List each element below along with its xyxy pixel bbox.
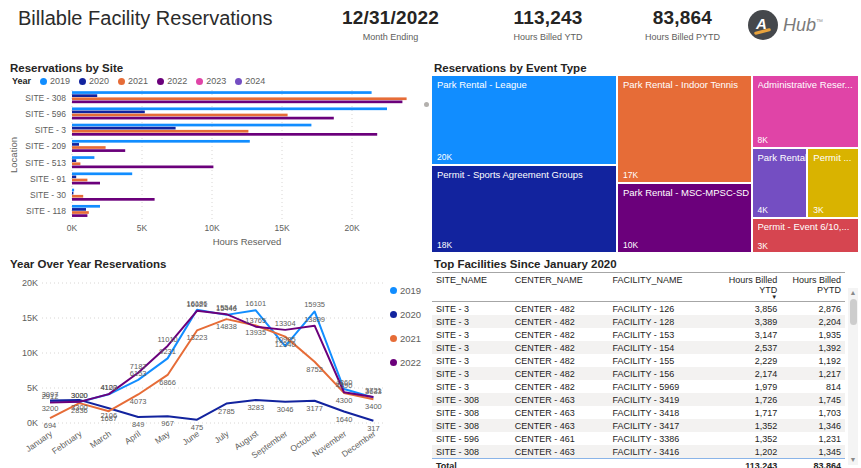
kpi-month-ending-label: Month Ending xyxy=(318,32,463,42)
table-row[interactable]: SITE - 308CENTER - 463FACILITY - 34191,7… xyxy=(432,393,845,406)
line-legend-item-2019[interactable]: 2019 xyxy=(390,285,430,296)
y-axis-tick: 0K xyxy=(27,418,38,428)
table-row[interactable]: SITE - 308CENTER - 463FACILITY - 34181,7… xyxy=(432,406,845,419)
bar-SITE - 596-2019[interactable] xyxy=(72,107,387,110)
reservations-by-site-chart[interactable]: 0K5K10K15K20KSITE - 308SITE - 596SITE - … xyxy=(8,86,428,248)
bar-SITE - 3-2019[interactable] xyxy=(72,124,311,127)
column-header-site-name[interactable]: SITE_NAME xyxy=(432,273,511,302)
bar-SITE - 118-2020[interactable] xyxy=(72,208,86,211)
bar-SITE - 3-2022[interactable] xyxy=(72,133,377,136)
table-cell: CENTER - 463 xyxy=(511,445,609,459)
treemap-tile-park-rental-indoor-tennis[interactable]: Park Rental - Indoor Tennis 17K xyxy=(618,76,751,182)
table-row[interactable]: SITE - 3CENTER - 482FACILITY - 59691,979… xyxy=(432,380,845,393)
bar-SITE - 3-2021[interactable] xyxy=(72,130,248,133)
bar-SITE - 513-2020[interactable] xyxy=(72,159,76,162)
bar-SITE - 209-2020[interactable] xyxy=(72,143,79,146)
table-row[interactable]: SITE - 3CENTER - 482FACILITY - 1263,8562… xyxy=(432,302,845,316)
column-header-hours-billed-pytd[interactable]: Hours Billed PYTD xyxy=(781,273,845,302)
category-label: SITE - 308 xyxy=(25,93,66,103)
table-row[interactable]: SITE - 308CENTER - 463FACILITY - 34161,2… xyxy=(432,445,845,459)
legend-item-2022[interactable]: 2022 xyxy=(157,76,187,86)
treemap-tile-park-rental-msc[interactable]: Park Rental - MSC-MPSC-SDK-... 10K xyxy=(618,184,751,252)
bar-SITE - 209-2021[interactable] xyxy=(72,146,106,149)
table-cell: 1,202 xyxy=(717,445,781,459)
column-header-center-name[interactable]: CENTER_NAME xyxy=(511,273,609,302)
line-legend-item-2021[interactable]: 2021 xyxy=(390,333,430,344)
legend-item-2019[interactable]: 2019 xyxy=(40,76,70,86)
bar-SITE - 308-2020[interactable] xyxy=(72,94,97,97)
table-cell: SITE - 596 xyxy=(432,432,511,445)
bar-SITE - 308-2019[interactable] xyxy=(72,91,372,94)
bar-SITE - 513-2022[interactable] xyxy=(72,166,213,169)
bar-chart-scrollbar[interactable] xyxy=(424,102,429,107)
kpi-month-ending-value: 12/31/2022 xyxy=(318,7,463,29)
legend-item-2024[interactable]: 2024 xyxy=(235,76,265,86)
bar-SITE - 91-2021[interactable] xyxy=(72,179,87,182)
bar-SITE - 91-2022[interactable] xyxy=(72,182,100,185)
table-scrollbar[interactable]: ▲ ▼ xyxy=(848,288,858,465)
data-label: 13765 xyxy=(245,316,266,325)
table-cell: FACILITY - 3418 xyxy=(608,406,717,419)
legend-label: 2019 xyxy=(50,76,70,86)
bar-SITE - 596-2020[interactable] xyxy=(72,111,145,114)
bar-SITE - 30-2019[interactable] xyxy=(72,189,74,192)
bar-SITE - 91-2019[interactable] xyxy=(72,172,132,175)
treemap-tile-permit-sports-agreement[interactable]: Permit - Sports Agreement Groups 18K xyxy=(432,166,616,252)
data-label: 13935 xyxy=(245,328,266,337)
y-axis-tick: 15K xyxy=(22,313,38,323)
bar-SITE - 596-2022[interactable] xyxy=(72,117,334,120)
y-axis-title: Location xyxy=(8,137,19,173)
data-label: 7187 xyxy=(130,362,147,371)
line-legend-item-2020[interactable]: 2020 xyxy=(390,309,430,320)
table-cell: SITE - 308 xyxy=(432,445,511,459)
bar-SITE - 513-2021[interactable] xyxy=(72,162,80,165)
table-cell: SITE - 3 xyxy=(432,380,511,393)
treemap-column-3: Administrative Reser... 8K Park Rental 4… xyxy=(753,76,859,252)
bar-SITE - 118-2021[interactable] xyxy=(72,211,89,214)
category-label: SITE - 209 xyxy=(25,141,66,151)
bar-SITE - 30-2021[interactable] xyxy=(72,195,83,198)
tile-label: Park Rental xyxy=(758,152,807,163)
legend-item-2021[interactable]: 2021 xyxy=(118,76,148,86)
hub-logo: A Hub™ xyxy=(748,10,823,40)
bar-SITE - 3-2020[interactable] xyxy=(72,127,176,130)
treemap-tile-park-rental-league[interactable]: Park Rental - League 20K xyxy=(432,76,616,164)
treemap-tile-park-rental[interactable]: Park Rental 4K xyxy=(753,149,807,218)
scroll-down-icon[interactable]: ▼ xyxy=(848,455,858,465)
table-cell: 1,717 xyxy=(717,406,781,419)
table-row[interactable]: SITE - 3CENTER - 482FACILITY - 1542,5371… xyxy=(432,341,845,354)
treemap-tile-permit-event[interactable]: Permit - Event 6/10,... 3K xyxy=(753,219,859,252)
bar-SITE - 513-2019[interactable] xyxy=(72,156,94,159)
bar-SITE - 30-2022[interactable] xyxy=(72,198,155,201)
table-row[interactable]: SITE - 3CENTER - 482FACILITY - 1562,1741… xyxy=(432,367,845,380)
scrollbar-thumb[interactable] xyxy=(850,299,857,325)
table-row[interactable]: SITE - 3CENTER - 482FACILITY - 1552,2291… xyxy=(432,354,845,367)
table-row[interactable]: SITE - 308CENTER - 463FACILITY - 34171,3… xyxy=(432,419,845,432)
column-header-hours-billed-ytd[interactable]: Hours Billed YTD▼ xyxy=(717,273,781,302)
bar-SITE - 209-2022[interactable] xyxy=(72,149,125,152)
reservations-by-site-panel: Reservations by Site Year 20192020202120… xyxy=(8,60,430,254)
bar-SITE - 308-2021[interactable] xyxy=(72,97,407,100)
table-row[interactable]: SITE - 3CENTER - 482FACILITY - 1533,1471… xyxy=(432,328,845,341)
bar-SITE - 308-2022[interactable] xyxy=(72,101,402,104)
treemap-tile-administrative-reservation[interactable]: Administrative Reser... 8K xyxy=(753,76,859,147)
month-label: May xyxy=(153,428,173,446)
table-row[interactable]: SITE - 3CENTER - 482FACILITY - 1283,3892… xyxy=(432,315,845,328)
y-axis-tick: 20K xyxy=(22,278,38,288)
legend-item-2023[interactable]: 2023 xyxy=(196,76,226,86)
year-over-year-chart[interactable]: 0K5K10K15K20KJanuaryFebruaryMarchAprilMa… xyxy=(8,271,390,467)
bar-SITE - 91-2020[interactable] xyxy=(72,176,76,179)
line-legend-item-2022[interactable]: 2022 xyxy=(390,357,430,368)
bar-SITE - 118-2022[interactable] xyxy=(72,214,87,217)
scroll-up-icon[interactable]: ▲ xyxy=(848,288,858,298)
treemap-tile-permit[interactable]: Permit ... 3K xyxy=(808,149,858,218)
line-series-2020[interactable] xyxy=(50,400,373,421)
line-series-2021[interactable] xyxy=(50,319,373,418)
table-row[interactable]: SITE - 596CENTER - 461FACILITY - 33861,3… xyxy=(432,432,845,445)
bar-SITE - 596-2021[interactable] xyxy=(72,114,288,117)
legend-item-2020[interactable]: 2020 xyxy=(79,76,109,86)
bar-SITE - 118-2019[interactable] xyxy=(72,205,100,208)
bar-SITE - 30-2020[interactable] xyxy=(72,192,73,195)
bar-SITE - 209-2019[interactable] xyxy=(72,140,250,143)
column-header-facility-name[interactable]: FACILITY_NAME xyxy=(608,273,717,302)
